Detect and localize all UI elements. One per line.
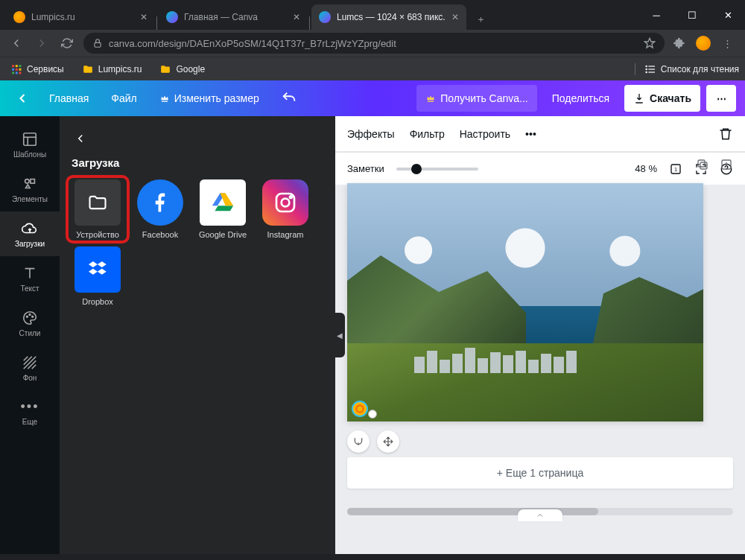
dropbox-icon [74,246,121,293]
uploads-panel: Загрузка Устройство Facebook [60,116,335,554]
get-pro-button[interactable]: Получить Canva... [416,85,537,112]
tab-lumpics[interactable]: Lumpics.ru ✕ [6,4,155,30]
svg-point-21 [26,316,28,317]
profile-avatar[interactable] [693,33,714,54]
svg-rect-4 [12,68,14,70]
toolbar-adjust[interactable]: Настроить [460,128,510,140]
source-device[interactable]: Устройство [66,175,130,244]
svg-point-13 [646,66,647,66]
toolbar-more[interactable]: ••• [525,128,536,140]
source-google-drive[interactable]: Google Drive [195,179,250,239]
share-button[interactable]: Поделиться [543,85,618,112]
undo-button[interactable] [273,85,305,112]
palette-icon [22,310,38,326]
close-tab-icon[interactable]: ✕ [293,12,300,22]
delete-button[interactable] [718,127,733,141]
cloud-upload-icon [22,220,38,237]
new-tab-button[interactable]: ＋ [471,9,492,30]
tab-canva-home[interactable]: Главная — Canva ✕ [159,4,308,30]
instagram-icon [262,179,308,226]
svg-text:1: 1 [674,166,677,173]
svg-rect-9 [19,71,22,74]
list-icon [644,63,656,75]
editor-footer: Заметки 48 % 1 [335,152,745,185]
text-icon [22,265,38,281]
more-icon: ••• [21,399,39,415]
rail-uploads[interactable]: Загрузки [0,211,60,256]
browser-menu-button[interactable]: ⋮ [717,33,738,54]
reading-list-label: Список для чтения [661,64,739,74]
bookmark-google[interactable]: Google [155,60,209,78]
crown-icon [159,93,170,104]
canvas-area: ◀ Эффекты Фильтр Настроить ••• [335,116,745,554]
page-grid-button[interactable]: 1 [669,162,682,176]
home-back-icon[interactable] [9,85,36,112]
bookmark-label: Lumpics.ru [98,64,142,74]
toolbar-effects[interactable]: Эффекты [347,128,395,140]
home-button[interactable]: Главная [40,85,98,112]
favicon-icon [319,11,331,23]
star-icon[interactable] [644,37,656,49]
add-page-button[interactable] [720,158,733,171]
download-button[interactable]: Скачать [624,85,700,112]
address-bar[interactable]: canva.com/design/DAEnXoP5oSM/14Q1T37r_B7… [83,33,665,54]
tab-title: Главная — Canva [184,12,258,22]
rail-styles[interactable]: Стили [0,301,60,346]
header-more-button[interactable]: ⋯ [706,85,736,112]
zoom-value[interactable]: 48 % [635,163,657,174]
panel-back-button[interactable] [69,127,92,150]
rail-background[interactable]: Фон [0,346,60,390]
bookmark-lumpics[interactable]: Lumpics.ru [77,60,147,78]
svg-point-15 [646,71,647,72]
svg-rect-20 [31,179,34,183]
rotation-handle[interactable] [368,410,377,419]
favicon-icon [166,11,178,23]
toolbar-filter[interactable]: Фильтр [410,128,445,140]
minimize-button[interactable]: ─ [639,4,673,26]
add-page-bar[interactable]: + Еще 1 страница [347,457,733,489]
move-page-button[interactable] [377,430,399,453]
pages-drawer-handle[interactable] [518,509,562,521]
close-tab-icon[interactable]: ✕ [451,12,459,22]
rail-templates[interactable]: Шаблоны [0,122,60,167]
maximize-button[interactable]: ☐ [675,4,709,26]
rail-text[interactable]: Текст [0,256,60,301]
apps-icon [10,63,22,75]
source-facebook[interactable]: Facebook [133,179,188,239]
close-tab-icon[interactable]: ✕ [140,12,148,22]
svg-rect-2 [16,65,18,67]
crown-icon [425,93,436,104]
reading-list-button[interactable]: Список для чтения [635,63,739,75]
chevron-up-icon [536,511,545,520]
source-dropbox[interactable]: Dropbox [70,246,125,306]
forward-button[interactable] [30,31,54,55]
notes-button[interactable]: Заметки [347,163,384,174]
reload-button[interactable] [55,31,79,55]
resize-button[interactable]: Изменить размер [150,85,268,112]
back-button[interactable] [4,31,28,55]
extensions-button[interactable] [669,33,690,54]
file-button[interactable]: Файл [102,85,145,112]
google-drive-icon [200,179,246,226]
source-instagram[interactable]: Instagram [258,179,313,239]
lock-page-button[interactable] [347,430,370,453]
tab-canva-design[interactable]: Lumcs — 1024 × 683 пикс. ✕ [311,4,466,30]
close-window-button[interactable]: ✕ [711,4,745,26]
lock-icon [92,38,103,48]
duplicate-page-button[interactable] [696,158,709,171]
panel-title: Загрузка [72,156,323,169]
svg-point-14 [646,69,647,69]
rail-elements[interactable]: Элементы [0,167,60,211]
slider-thumb[interactable] [411,164,422,174]
rail-more[interactable]: ••• Еще [0,390,60,435]
svg-point-26 [290,196,292,198]
zoom-slider[interactable] [396,168,478,171]
bookmark-services[interactable]: Сервисы [6,60,69,78]
tab-title: Lumpics.ru [31,12,75,22]
bookmark-label: Сервисы [27,64,64,74]
tab-title: Lumcs — 1024 × 683 пикс. [337,12,446,22]
svg-point-19 [25,179,30,183]
design-page[interactable] [347,183,703,421]
svg-rect-8 [16,71,18,74]
bookmark-label: Google [176,64,205,74]
